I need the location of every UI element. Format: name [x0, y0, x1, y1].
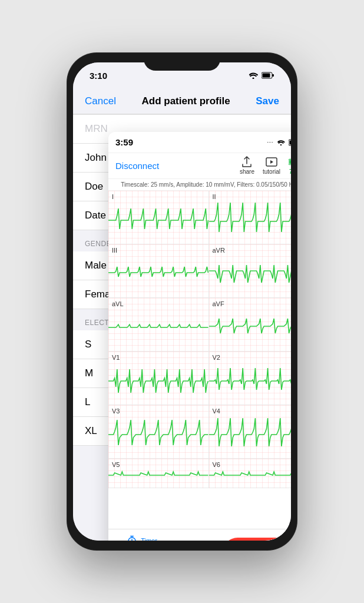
- ecg-cell-V1: V1: [108, 352, 209, 405]
- save-button[interactable]: Save: [256, 95, 279, 107]
- lead-V2-label: V2: [213, 354, 220, 361]
- lead-V6-label: V6: [213, 461, 220, 468]
- tutorial-button[interactable]: tutorial: [263, 157, 280, 175]
- disconnect-button[interactable]: Disconnect: [115, 161, 240, 171]
- ecg-wifi-icon: [277, 140, 285, 145]
- svg-rect-9: [289, 160, 291, 164]
- ecg-row-4: V1 V2: [108, 352, 291, 405]
- lead-III-label: III: [112, 247, 117, 254]
- svg-rect-5: [290, 140, 292, 144]
- lead-I-label: I: [112, 193, 114, 200]
- phone-frame: 3:10 Cancel Add patient profile: [67, 53, 297, 550]
- battery-label: 75%: [289, 168, 291, 175]
- nav-bar: Cancel Add patient profile Save: [73, 88, 291, 114]
- ecg-status-bar: 3:59 ····: [108, 132, 291, 153]
- ecg-top-bar: Disconnect share: [108, 153, 291, 179]
- ecg-card: 3:59 ····: [108, 132, 291, 541]
- lead-V5-waveform: [108, 459, 209, 488]
- lead-II-label: II: [213, 193, 216, 200]
- main-content: MRN John Doe Date of birth GENDER Male F…: [73, 114, 291, 541]
- lead-III-waveform: [108, 244, 209, 297]
- ecg-cell-aVR: aVR: [209, 244, 292, 297]
- lead-V4-waveform: [209, 405, 292, 458]
- phone-screen: 3:10 Cancel Add patient profile: [73, 62, 291, 541]
- ecg-time: 3:59: [115, 137, 133, 147]
- lead-V3-waveform: [108, 405, 209, 458]
- share-icon: [240, 157, 253, 167]
- ecg-cell-aVL: aVL: [108, 298, 209, 351]
- lead-V1-waveform: [108, 352, 209, 405]
- lead-II-waveform: [209, 191, 292, 244]
- cancel-button[interactable]: Cancel: [85, 95, 116, 107]
- ecg-cell-V3: V3: [108, 405, 209, 458]
- ecg-cell-II: II: [209, 191, 292, 244]
- ecg-cell-V2: V2: [209, 352, 292, 405]
- ecg-cell-aVF: aVF: [209, 298, 292, 351]
- lead-V3-label: V3: [112, 407, 120, 415]
- tutorial-icon: [265, 157, 278, 167]
- timer-label: Timer: [141, 537, 157, 541]
- ecg-row-5: V3 V4: [108, 405, 291, 459]
- stop-button[interactable]: Stop: [223, 538, 291, 541]
- battery-icon: [262, 72, 274, 79]
- wifi-icon: [249, 72, 258, 79]
- timer-icon-row: Timer: [127, 535, 157, 541]
- ecg-row-1: I II: [108, 191, 291, 244]
- ecg-dots-icon: ····: [267, 139, 273, 145]
- status-icons: [249, 72, 274, 79]
- lead-V4-label: V4: [213, 407, 220, 415]
- ecg-cell-III: III: [108, 244, 209, 297]
- ecg-actions: share tutorial: [240, 157, 291, 175]
- lead-V6-waveform: [209, 459, 292, 488]
- ecg-cell-V6: V6: [209, 459, 292, 488]
- lead-aVR-label: aVR: [213, 247, 225, 254]
- lead-V5-label: V5: [112, 461, 120, 468]
- lead-I-waveform: [108, 191, 209, 244]
- svg-rect-2: [263, 74, 270, 78]
- battery-75-icon: [289, 157, 291, 167]
- timer-section: Timer 0:10: [120, 535, 164, 541]
- ecg-row-2: III aVR: [108, 244, 291, 298]
- ecg-status-icons: ····: [267, 139, 291, 146]
- page-title: Add patient profile: [142, 95, 230, 107]
- ecg-bottom-bar: Timer 0:10 Stop: [108, 529, 291, 541]
- battery-display: 75%: [289, 157, 291, 175]
- svg-rect-1: [272, 74, 274, 77]
- phone-notch: [144, 53, 220, 71]
- ecg-battery-icon: [289, 139, 291, 146]
- status-time: 3:10: [90, 71, 107, 81]
- ecg-cell-V4: V4: [209, 405, 292, 458]
- timer-icon: [127, 535, 137, 541]
- lead-aVL-label: aVL: [112, 300, 124, 307]
- ecg-info-bar: Timescale: 25 mm/s, Amplitude: 10 mm/mV,…: [108, 179, 291, 191]
- lead-V2-waveform: [209, 352, 292, 405]
- ecg-cell-V5: V5: [108, 459, 209, 488]
- tutorial-label: tutorial: [263, 168, 280, 175]
- ecg-row-6: V5 V6: [108, 459, 291, 488]
- ecg-grid: I II: [108, 191, 291, 488]
- lead-V1-label: V1: [112, 354, 120, 361]
- ecg-cell-I: I: [108, 191, 209, 244]
- share-label: share: [240, 168, 254, 175]
- ecg-row-3: aVL aVF: [108, 298, 291, 352]
- share-button[interactable]: share: [240, 157, 254, 175]
- lead-aVF-label: aVF: [213, 300, 224, 307]
